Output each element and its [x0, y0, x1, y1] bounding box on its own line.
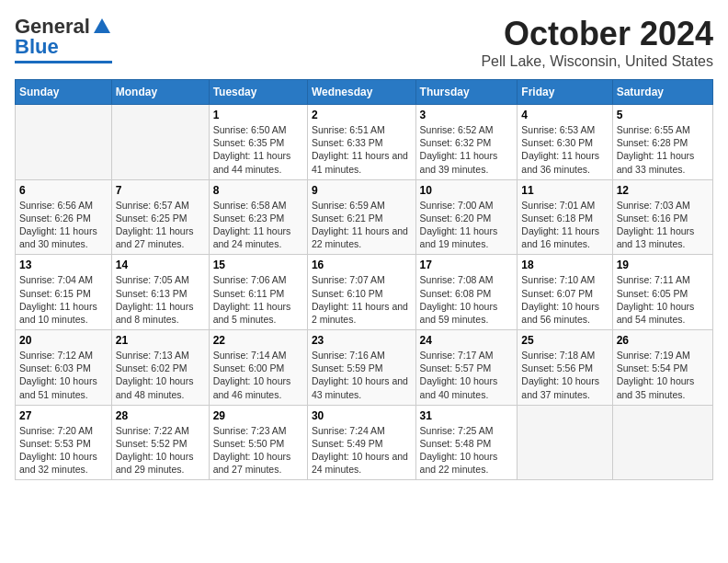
- weekday-header: Saturday: [612, 80, 712, 105]
- calendar-cell: 23Sunrise: 7:16 AMSunset: 5:59 PMDayligh…: [307, 330, 415, 406]
- day-info: Sunrise: 7:00 AMSunset: 6:20 PMDaylight:…: [420, 199, 514, 251]
- calendar-cell: 24Sunrise: 7:17 AMSunset: 5:57 PMDayligh…: [415, 330, 518, 406]
- day-number: 24: [420, 334, 514, 347]
- calendar-cell: 16Sunrise: 7:07 AMSunset: 6:10 PMDayligh…: [307, 255, 415, 330]
- calendar-cell: [111, 105, 209, 180]
- title-block: October 2024 Pell Lake, Wisconsin, Unite…: [481, 15, 713, 70]
- calendar-cell: 5Sunrise: 6:55 AMSunset: 6:28 PMDaylight…: [612, 105, 712, 180]
- calendar-cell: 13Sunrise: 7:04 AMSunset: 6:15 PMDayligh…: [16, 255, 112, 330]
- day-number: 3: [420, 109, 514, 121]
- day-number: 26: [617, 334, 709, 347]
- day-number: 20: [19, 334, 108, 347]
- logo-icon: [92, 17, 112, 37]
- day-number: 12: [617, 184, 709, 197]
- day-info: Sunrise: 7:17 AMSunset: 5:57 PMDaylight:…: [420, 349, 514, 401]
- day-info: Sunrise: 6:59 AMSunset: 6:21 PMDaylight:…: [312, 199, 412, 251]
- day-number: 10: [420, 184, 514, 197]
- day-number: 4: [521, 109, 608, 121]
- day-number: 7: [116, 184, 205, 197]
- calendar-cell: 4Sunrise: 6:53 AMSunset: 6:30 PMDaylight…: [518, 105, 612, 180]
- day-number: 6: [19, 184, 108, 197]
- day-info: Sunrise: 6:56 AMSunset: 6:26 PMDaylight:…: [19, 199, 108, 251]
- calendar-cell: 19Sunrise: 7:11 AMSunset: 6:05 PMDayligh…: [612, 255, 712, 330]
- calendar-cell: 25Sunrise: 7:18 AMSunset: 5:56 PMDayligh…: [518, 330, 612, 406]
- day-info: Sunrise: 7:01 AMSunset: 6:18 PMDaylight:…: [521, 199, 608, 251]
- day-info: Sunrise: 7:10 AMSunset: 6:07 PMDaylight:…: [521, 273, 608, 326]
- calendar-cell: 21Sunrise: 7:13 AMSunset: 6:02 PMDayligh…: [111, 330, 209, 406]
- day-info: Sunrise: 6:58 AMSunset: 6:23 PMDaylight:…: [213, 199, 303, 251]
- calendar-cell: 14Sunrise: 7:05 AMSunset: 6:13 PMDayligh…: [111, 255, 209, 330]
- day-info: Sunrise: 7:08 AMSunset: 6:08 PMDaylight:…: [420, 273, 514, 326]
- calendar-cell: 15Sunrise: 7:06 AMSunset: 6:11 PMDayligh…: [209, 255, 307, 330]
- calendar-cell: 29Sunrise: 7:23 AMSunset: 5:50 PMDayligh…: [209, 405, 307, 480]
- day-info: Sunrise: 7:04 AMSunset: 6:15 PMDaylight:…: [19, 273, 108, 326]
- day-number: 25: [521, 334, 608, 347]
- calendar-week-row: 27Sunrise: 7:20 AMSunset: 5:53 PMDayligh…: [16, 405, 713, 480]
- calendar-cell: 28Sunrise: 7:22 AMSunset: 5:52 PMDayligh…: [111, 405, 209, 480]
- day-number: 8: [213, 184, 303, 197]
- day-number: 13: [19, 259, 108, 271]
- calendar-cell: 31Sunrise: 7:25 AMSunset: 5:48 PMDayligh…: [415, 405, 518, 480]
- day-number: 9: [312, 184, 412, 197]
- svg-marker-0: [94, 18, 110, 33]
- logo: General Blue: [15, 15, 112, 63]
- calendar-cell: 6Sunrise: 6:56 AMSunset: 6:26 PMDaylight…: [16, 179, 112, 255]
- weekday-header: Wednesday: [307, 80, 415, 105]
- day-number: 16: [312, 259, 412, 271]
- day-info: Sunrise: 7:18 AMSunset: 5:56 PMDaylight:…: [521, 349, 608, 401]
- logo-underline: [15, 61, 112, 63]
- calendar-table: SundayMondayTuesdayWednesdayThursdayFrid…: [15, 79, 713, 480]
- calendar-title: October 2024: [481, 15, 713, 53]
- day-info: Sunrise: 6:57 AMSunset: 6:25 PMDaylight:…: [116, 199, 205, 251]
- calendar-subtitle: Pell Lake, Wisconsin, United States: [481, 53, 713, 70]
- calendar-cell: 3Sunrise: 6:52 AMSunset: 6:32 PMDaylight…: [415, 105, 518, 180]
- day-number: 14: [116, 259, 205, 271]
- calendar-cell: 1Sunrise: 6:50 AMSunset: 6:35 PMDaylight…: [209, 105, 307, 180]
- calendar-cell: [612, 405, 712, 480]
- calendar-cell: 11Sunrise: 7:01 AMSunset: 6:18 PMDayligh…: [518, 179, 612, 255]
- day-number: 23: [312, 334, 412, 347]
- weekday-header-row: SundayMondayTuesdayWednesdayThursdayFrid…: [16, 80, 713, 105]
- day-info: Sunrise: 7:05 AMSunset: 6:13 PMDaylight:…: [116, 273, 205, 326]
- day-info: Sunrise: 7:12 AMSunset: 6:03 PMDaylight:…: [19, 349, 108, 401]
- weekday-header: Sunday: [16, 80, 112, 105]
- day-info: Sunrise: 7:19 AMSunset: 5:54 PMDaylight:…: [617, 349, 709, 401]
- day-number: 1: [213, 109, 303, 121]
- day-info: Sunrise: 6:53 AMSunset: 6:30 PMDaylight:…: [521, 123, 608, 176]
- day-number: 17: [420, 259, 514, 271]
- calendar-week-row: 1Sunrise: 6:50 AMSunset: 6:35 PMDaylight…: [16, 105, 713, 180]
- day-number: 27: [19, 409, 108, 422]
- day-info: Sunrise: 7:14 AMSunset: 6:00 PMDaylight:…: [213, 349, 303, 401]
- day-number: 2: [312, 109, 412, 121]
- day-info: Sunrise: 7:06 AMSunset: 6:11 PMDaylight:…: [213, 273, 303, 326]
- day-number: 29: [213, 409, 303, 422]
- day-number: 21: [116, 334, 205, 347]
- calendar-week-row: 6Sunrise: 6:56 AMSunset: 6:26 PMDaylight…: [16, 179, 713, 255]
- day-number: 30: [312, 409, 412, 422]
- day-info: Sunrise: 7:20 AMSunset: 5:53 PMDaylight:…: [19, 424, 108, 477]
- day-info: Sunrise: 6:50 AMSunset: 6:35 PMDaylight:…: [213, 123, 303, 176]
- day-info: Sunrise: 7:24 AMSunset: 5:49 PMDaylight:…: [312, 424, 412, 477]
- calendar-cell: 17Sunrise: 7:08 AMSunset: 6:08 PMDayligh…: [415, 255, 518, 330]
- day-info: Sunrise: 7:22 AMSunset: 5:52 PMDaylight:…: [116, 424, 205, 477]
- weekday-header: Monday: [111, 80, 209, 105]
- day-number: 11: [521, 184, 608, 197]
- page-header: General Blue October 2024 Pell Lake, Wis…: [15, 15, 713, 70]
- day-info: Sunrise: 6:52 AMSunset: 6:32 PMDaylight:…: [420, 123, 514, 176]
- calendar-cell: 10Sunrise: 7:00 AMSunset: 6:20 PMDayligh…: [415, 179, 518, 255]
- calendar-cell: 2Sunrise: 6:51 AMSunset: 6:33 PMDaylight…: [307, 105, 415, 180]
- calendar-cell: [16, 105, 112, 180]
- day-info: Sunrise: 7:13 AMSunset: 6:02 PMDaylight:…: [116, 349, 205, 401]
- calendar-cell: 20Sunrise: 7:12 AMSunset: 6:03 PMDayligh…: [16, 330, 112, 406]
- calendar-cell: 27Sunrise: 7:20 AMSunset: 5:53 PMDayligh…: [16, 405, 112, 480]
- day-number: 18: [521, 259, 608, 271]
- calendar-week-row: 20Sunrise: 7:12 AMSunset: 6:03 PMDayligh…: [16, 330, 713, 406]
- day-info: Sunrise: 7:23 AMSunset: 5:50 PMDaylight:…: [213, 424, 303, 477]
- day-number: 5: [617, 109, 709, 121]
- day-info: Sunrise: 7:25 AMSunset: 5:48 PMDaylight:…: [420, 424, 514, 477]
- day-number: 28: [116, 409, 205, 422]
- day-number: 19: [617, 259, 709, 271]
- logo-blue: Blue: [15, 35, 59, 59]
- calendar-cell: 8Sunrise: 6:58 AMSunset: 6:23 PMDaylight…: [209, 179, 307, 255]
- calendar-week-row: 13Sunrise: 7:04 AMSunset: 6:15 PMDayligh…: [16, 255, 713, 330]
